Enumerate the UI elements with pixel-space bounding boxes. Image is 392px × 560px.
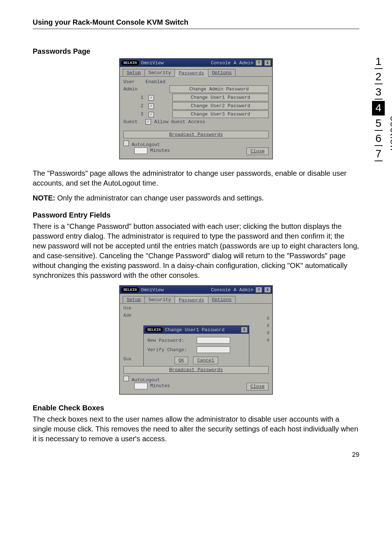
autologout-checkbox[interactable] <box>123 141 129 146</box>
heading-password-entry-fields: Password Entry Fields <box>33 211 359 219</box>
change-admin-password-button[interactable]: Change Admin Password <box>170 85 269 93</box>
tab-options[interactable]: Options <box>208 69 236 76</box>
page-number: 29 <box>33 451 359 459</box>
console-label: Console A Admin <box>211 60 253 66</box>
user3-enabled-checkbox[interactable] <box>148 112 154 117</box>
header-rule <box>33 29 359 29</box>
modal-title: Change User1 Password <box>165 327 225 333</box>
osd-titlebar: BELKIN OmniView Console A Admin ? X <box>120 59 272 67</box>
help-icon-2[interactable]: ? <box>256 287 262 293</box>
new-password-input[interactable] <box>197 337 230 344</box>
row-user1-label: 1 <box>123 95 146 100</box>
modal-titlebar: BELKIN Change User1 Password X <box>144 326 249 334</box>
section-nav-5[interactable]: 5 <box>372 116 385 131</box>
paragraph-enable-check-boxes: The check boxes next to the user names a… <box>33 414 359 444</box>
broadcast-passwords-button[interactable]: Broadcast Passwords <box>123 131 269 138</box>
autologout-minutes-input-2[interactable] <box>134 383 147 389</box>
autologout-label: AutoLogout <box>132 142 160 147</box>
product-name-2: OmniView <box>141 287 164 293</box>
product-name: OmniView <box>141 60 164 66</box>
row-guest-label: Guest <box>123 119 143 125</box>
section-nav-4[interactable]: 4 <box>372 101 385 115</box>
guest-enabled-checkbox[interactable] <box>146 119 151 125</box>
cancel-button[interactable]: Cancel <box>193 357 218 364</box>
note-line: NOTE: Only the administrator can change … <box>33 193 359 203</box>
broadcast-passwords-button-2[interactable]: Broadcast Passwords <box>123 366 269 374</box>
modal-brand-logo: BELKIN <box>145 327 163 332</box>
section-nav-2[interactable]: 2 <box>372 70 385 85</box>
note-text: Only the administrator can change user p… <box>55 194 264 202</box>
heading-enable-check-boxes: Enable Check Boxes <box>33 404 359 412</box>
tab-passwords[interactable]: Passwords <box>175 69 208 77</box>
paragraph-passwords-intro: The "Passwords" page allows the administ… <box>33 169 359 188</box>
osd-change-password-window: BELKIN OmniView Console A Admin ? X Setu… <box>119 285 273 394</box>
section-nav-6[interactable]: 6 <box>372 131 385 147</box>
autologout-minutes-input[interactable] <box>134 147 147 154</box>
tab-options-2[interactable]: Options <box>208 296 236 303</box>
autologout-label-2: AutoLogout <box>132 377 160 383</box>
ok-button[interactable]: OK <box>175 357 188 364</box>
row-user3-label: 3 <box>123 111 146 117</box>
row-admin-label: Admin <box>123 86 143 92</box>
user2-enabled-checkbox[interactable] <box>148 104 154 109</box>
brand-logo-2: BELKIN <box>121 287 139 292</box>
allow-guest-access-label: Allow Guest Access <box>154 119 205 125</box>
note-label: NOTE: <box>33 194 55 202</box>
section-nav-3[interactable]: 3 <box>372 85 385 100</box>
page-header: Using your Rack-Mount Console KVM Switch <box>33 18 359 27</box>
tab-security-2[interactable]: Security <box>144 296 175 303</box>
tab-setup[interactable]: Setup <box>123 69 145 76</box>
close-icon-2[interactable]: X <box>264 287 271 293</box>
bg-d3: d <box>267 330 269 336</box>
bg-d1: d <box>267 316 269 321</box>
close-button[interactable]: Close <box>246 147 269 155</box>
bg-d4: d <box>267 338 269 343</box>
section-nav-1[interactable]: 1 <box>372 54 385 70</box>
autologout-checkbox-2[interactable] <box>123 376 129 381</box>
osd-passwords-window: BELKIN OmniView Console A Admin ? X Setu… <box>119 58 273 159</box>
bg-use-label: Use <box>123 306 269 311</box>
osd-tabs-2: Setup Security Passwords Options <box>120 294 272 303</box>
verify-change-input[interactable] <box>197 346 230 353</box>
help-icon[interactable]: ? <box>256 60 262 66</box>
bg-adm-label: Adm <box>123 313 269 318</box>
tab-setup-2[interactable]: Setup <box>123 296 145 303</box>
osd-tabs: Setup Security Passwords Options <box>120 67 272 76</box>
console-label-2: Console A Admin <box>211 287 253 293</box>
bg-d2: d <box>267 323 269 328</box>
change-user3-password-button[interactable]: Change User3 Password <box>172 110 269 118</box>
paragraph-password-entry: There is a "Change Password" button asso… <box>33 222 359 280</box>
section-nav-7[interactable]: 7 <box>372 147 385 162</box>
close-icon[interactable]: X <box>264 60 271 66</box>
user1-enabled-checkbox[interactable] <box>148 95 154 101</box>
minutes-label-2: Minutes <box>150 383 170 389</box>
change-user2-password-button[interactable]: Change User2 Password <box>172 102 269 110</box>
minutes-label: Minutes <box>150 148 170 153</box>
change-password-modal: BELKIN Change User1 Password X New Passw… <box>143 325 249 368</box>
row-user2-label: 2 <box>123 103 146 109</box>
modal-close-icon[interactable]: X <box>241 327 248 333</box>
osd-titlebar-2: BELKIN OmniView Console A Admin ? X <box>120 286 272 294</box>
brand-logo: BELKIN <box>121 60 139 65</box>
verify-change-label: Verify Change: <box>147 347 195 353</box>
bg-gua-label: Gua <box>123 357 131 362</box>
section-sidebar: 1 2 3 4 5 6 7 section <box>372 54 385 162</box>
heading-passwords-page: Passwords Page <box>33 47 359 56</box>
change-user1-password-button[interactable]: Change User1 Password <box>172 94 269 101</box>
col-header-enabled: Enabled <box>146 79 167 85</box>
close-button-2[interactable]: Close <box>246 383 269 390</box>
col-header-user: User <box>123 79 143 85</box>
tab-security[interactable]: Security <box>144 69 175 76</box>
new-password-label: New Password: <box>147 338 195 343</box>
tab-passwords-2[interactable]: Passwords <box>175 296 208 304</box>
section-label: section <box>388 116 392 151</box>
